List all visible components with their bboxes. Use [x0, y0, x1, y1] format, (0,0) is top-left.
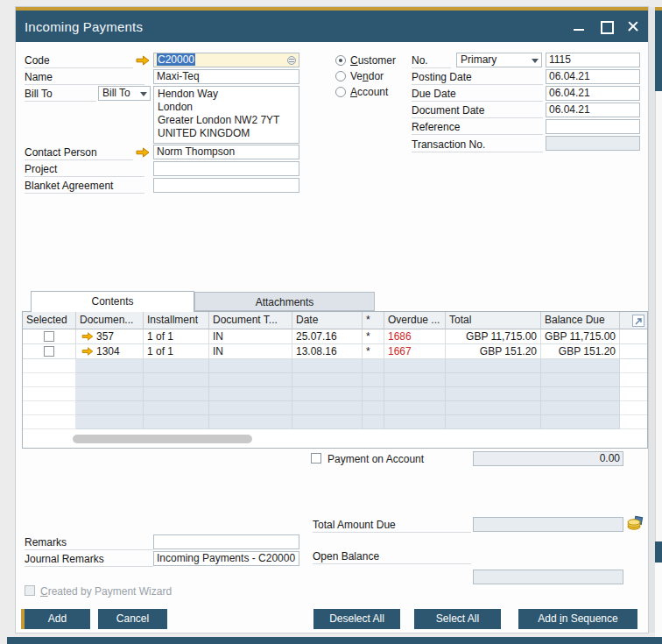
tab-attachments[interactable]: Attachments — [194, 292, 375, 311]
bill-to-label: Bill To — [25, 88, 96, 102]
contact-person-field[interactable]: Norm Thompson — [153, 145, 299, 159]
col-balance-due[interactable]: Balance Due — [541, 312, 620, 329]
scrollbar-thumb[interactable] — [73, 435, 252, 443]
bill-to-dropdown[interactable]: Bill To — [98, 86, 151, 101]
horizontal-scrollbar[interactable] — [25, 434, 645, 444]
name-field[interactable]: Maxi-Teq — [153, 69, 299, 84]
col-overdue[interactable]: Overdue ... — [384, 312, 446, 329]
created-by-payment-wizard-checkbox — [25, 585, 35, 596]
expand-form-icon[interactable] — [632, 315, 644, 327]
cancel-button[interactable]: Cancel — [98, 609, 167, 629]
installment-cell: 1 of 1 — [144, 344, 209, 359]
name-label: Name — [25, 71, 144, 85]
vendor-radio-label[interactable]: Vendor — [350, 71, 384, 82]
col-date[interactable]: Date — [292, 312, 363, 329]
doc-no-field[interactable]: 1115 — [546, 53, 640, 67]
overdue-cell: 1686 — [384, 329, 446, 344]
transaction-no-label: Transaction No. — [412, 138, 543, 152]
doc-type-cell: IN — [209, 344, 292, 359]
close-icon[interactable] — [627, 20, 639, 32]
maximize-icon[interactable] — [600, 20, 612, 32]
open-documents-table: Selected Documen... Installment Document… — [22, 311, 648, 449]
bill-to-address-field[interactable]: Hendon Way London Greater London NW2 7YT… — [153, 86, 299, 144]
incoming-payments-window: Incoming Payments Code C20000 Name Maxi-… — [16, 7, 648, 633]
col-filler — [620, 312, 647, 329]
blanket-agreement-field[interactable] — [153, 178, 299, 193]
created-by-payment-wizard-label: Created by Payment Wizard — [40, 585, 172, 598]
background-taskbar — [7, 637, 662, 644]
table-row[interactable]: 357 1 of 1 IN 25.07.16 * 1686 GBP 11,715… — [23, 329, 647, 344]
reference-field[interactable] — [546, 119, 640, 134]
col-total[interactable]: Total — [446, 312, 541, 329]
series-dropdown[interactable]: Primary — [456, 53, 542, 67]
title-bar[interactable]: Incoming Payments — [16, 7, 648, 42]
empty-table-row — [23, 359, 647, 373]
link-arrow-icon[interactable] — [136, 55, 150, 66]
document-date-label: Document Date — [412, 104, 543, 118]
select-all-button[interactable]: Select All — [414, 609, 501, 629]
empty-table-row — [23, 373, 647, 387]
background-window-sliver — [655, 11, 662, 91]
payment-on-account-label: Payment on Account — [327, 453, 424, 465]
overdue-cell: 1667 — [384, 344, 446, 359]
total-cell: GBP 11,715.00 — [446, 329, 541, 344]
table-row[interactable]: 1304 1 of 1 IN 13.08.16 * 1667 GBP 151.2… — [23, 344, 647, 359]
col-selected[interactable]: Selected — [23, 312, 76, 329]
deselect-all-button[interactable]: Deselect All — [313, 609, 400, 629]
window-shadow — [648, 7, 655, 633]
empty-table-row — [23, 387, 647, 401]
chevron-down-icon — [140, 92, 147, 96]
date-cell: 13.08.16 — [292, 344, 363, 359]
vendor-radio[interactable] — [335, 71, 346, 81]
total-amount-due-field — [473, 517, 623, 532]
tab-contents[interactable]: Contents — [31, 291, 194, 312]
account-radio[interactable] — [335, 87, 346, 97]
doc-type-cell: IN — [209, 329, 292, 344]
add-button[interactable]: Add — [21, 609, 90, 629]
due-date-label: Due Date — [412, 88, 543, 102]
balance-due-cell: GBP 11,715.00 — [541, 329, 620, 344]
customer-radio-label[interactable]: Customer — [350, 55, 396, 67]
row-select-checkbox[interactable] — [44, 331, 54, 342]
date-cell: 25.07.16 — [292, 329, 363, 344]
customer-radio[interactable] — [335, 55, 346, 66]
journal-remarks-field[interactable]: Incoming Payments - C20000 — [153, 551, 299, 566]
add-in-sequence-button[interactable]: Add in Sequence — [518, 609, 637, 629]
empty-table-row — [23, 415, 647, 429]
due-date-field[interactable]: 06.04.21 — [546, 86, 640, 101]
remarks-field[interactable] — [153, 534, 299, 549]
code-field[interactable]: C20000 — [153, 53, 299, 67]
code-label: Code — [25, 54, 133, 68]
bill-to-dropdown-value: Bill To — [102, 87, 130, 99]
remarks-label: Remarks — [25, 536, 153, 550]
col-star[interactable]: * — [363, 312, 384, 329]
row-select-checkbox[interactable] — [44, 346, 54, 357]
window-controls — [573, 11, 639, 42]
chevron-down-icon — [532, 59, 539, 63]
account-radio-label[interactable]: Account — [350, 87, 388, 98]
empty-table-row — [23, 401, 647, 415]
link-arrow-icon[interactable] — [81, 347, 94, 356]
project-label: Project — [25, 163, 144, 177]
window-content: Code C20000 Name Maxi-Teq Bill To Bill T… — [16, 42, 648, 633]
window-title: Incoming Payments — [25, 19, 143, 34]
col-installment[interactable]: Installment — [144, 312, 209, 329]
doc-no-cell: 357 — [96, 329, 114, 343]
posting-date-label: Posting Date — [412, 71, 543, 85]
blanket-agreement-label: Blanket Agreement — [25, 180, 144, 194]
screen: Incoming Payments Code C20000 Name Maxi-… — [0, 0, 662, 644]
document-date-field[interactable]: 06.04.21 — [546, 103, 640, 117]
payment-means-icon[interactable] — [626, 514, 644, 533]
project-field[interactable] — [153, 161, 299, 176]
posting-date-field[interactable]: 06.04.21 — [546, 69, 640, 84]
code-value: C20000 — [157, 53, 195, 66]
col-document-type[interactable]: Document T... — [209, 312, 292, 329]
col-document-no[interactable]: Documen... — [76, 312, 144, 329]
link-arrow-icon[interactable] — [81, 332, 94, 341]
background-window-sliver — [655, 91, 662, 541]
balance-due-cell: GBP 151.20 — [541, 344, 620, 359]
payment-on-account-checkbox[interactable] — [311, 453, 321, 464]
link-arrow-icon[interactable] — [136, 147, 150, 158]
minimize-icon[interactable] — [573, 20, 585, 32]
choose-from-list-icon[interactable] — [287, 56, 296, 65]
